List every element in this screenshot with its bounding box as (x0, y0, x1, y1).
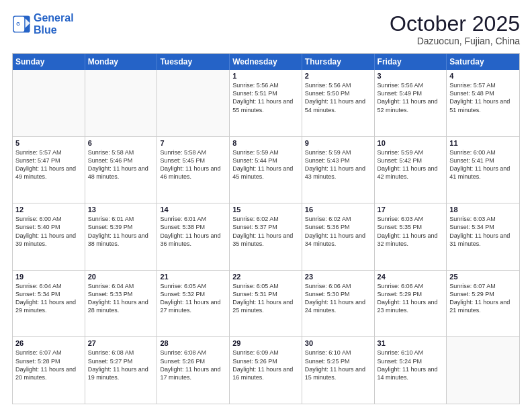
cell-info: Sunrise: 5:57 AM Sunset: 5:48 PM Dayligh… (449, 81, 517, 114)
calendar-page: G General Blue October 2025 Dazuocun, Fu… (0, 0, 532, 411)
svg-text:G: G (16, 21, 20, 26)
day-cell-23: 23Sunrise: 6:06 AM Sunset: 5:30 PM Dayli… (302, 271, 375, 337)
day-cell-1: 1Sunrise: 5:56 AM Sunset: 5:51 PM Daylig… (230, 70, 302, 136)
cell-info: Sunrise: 6:09 AM Sunset: 5:26 PM Dayligh… (232, 349, 299, 381)
day-cell-6: 6Sunrise: 5:58 AM Sunset: 5:46 PM Daylig… (85, 137, 158, 203)
day-cell-3: 3Sunrise: 5:56 AM Sunset: 5:49 PM Daylig… (375, 70, 447, 136)
day-cell-26: 26Sunrise: 6:07 AM Sunset: 5:28 PM Dayli… (13, 337, 85, 404)
cell-info: Sunrise: 6:10 AM Sunset: 5:25 PM Dayligh… (305, 349, 371, 381)
cell-info: Sunrise: 6:00 AM Sunset: 5:40 PM Dayligh… (15, 215, 82, 248)
logo-general: General (34, 12, 74, 24)
logo-icon: G (12, 15, 31, 34)
day-number: 17 (378, 205, 444, 214)
cell-info: Sunrise: 5:59 AM Sunset: 5:42 PM Dayligh… (378, 148, 444, 181)
cell-info: Sunrise: 5:57 AM Sunset: 5:47 PM Dayligh… (15, 148, 82, 181)
day-number: 18 (449, 205, 517, 214)
day-cell-21: 21Sunrise: 6:05 AM Sunset: 5:32 PM Dayli… (157, 271, 230, 337)
logo-blue: Blue (34, 24, 74, 36)
cell-info: Sunrise: 5:56 AM Sunset: 5:50 PM Dayligh… (305, 81, 371, 114)
day-cell-8: 8Sunrise: 5:59 AM Sunset: 5:44 PM Daylig… (230, 137, 302, 203)
day-number: 7 (160, 139, 226, 147)
day-number: 25 (449, 273, 517, 281)
day-number: 9 (305, 139, 371, 147)
day-cell-17: 17Sunrise: 6:03 AM Sunset: 5:35 PM Dayli… (375, 203, 447, 270)
day-cell-25: 25Sunrise: 6:07 AM Sunset: 5:29 PM Dayli… (447, 271, 519, 337)
day-cell-20: 20Sunrise: 6:04 AM Sunset: 5:33 PM Dayli… (85, 271, 158, 337)
day-cell-27: 27Sunrise: 6:08 AM Sunset: 5:27 PM Dayli… (85, 337, 158, 404)
day-number: 5 (15, 139, 82, 147)
cell-info: Sunrise: 6:05 AM Sunset: 5:31 PM Dayligh… (232, 282, 299, 315)
calendar: SundayMondayTuesdayWednesdayThursdayFrid… (12, 53, 520, 404)
day-number: 24 (378, 273, 444, 281)
day-number: 16 (305, 205, 371, 214)
cell-info: Sunrise: 5:56 AM Sunset: 5:51 PM Dayligh… (232, 81, 299, 114)
weekday-header-thursday: Thursday (302, 54, 375, 70)
day-cell-22: 22Sunrise: 6:05 AM Sunset: 5:31 PM Dayli… (230, 271, 302, 337)
calendar-row-1: 5Sunrise: 5:57 AM Sunset: 5:47 PM Daylig… (13, 136, 519, 203)
day-number: 29 (232, 339, 299, 347)
day-cell-2: 2Sunrise: 5:56 AM Sunset: 5:50 PM Daylig… (302, 70, 375, 136)
cell-info: Sunrise: 6:03 AM Sunset: 5:35 PM Dayligh… (378, 215, 444, 248)
day-number: 28 (160, 339, 226, 347)
cell-info: Sunrise: 6:04 AM Sunset: 5:34 PM Dayligh… (15, 282, 82, 315)
day-cell-12: 12Sunrise: 6:00 AM Sunset: 5:40 PM Dayli… (13, 203, 85, 270)
cell-info: Sunrise: 6:05 AM Sunset: 5:32 PM Dayligh… (160, 282, 226, 315)
cell-info: Sunrise: 6:03 AM Sunset: 5:34 PM Dayligh… (449, 215, 517, 248)
cell-info: Sunrise: 6:07 AM Sunset: 5:28 PM Dayligh… (15, 349, 82, 381)
empty-cell-r4c6 (447, 337, 519, 404)
calendar-row-3: 19Sunrise: 6:04 AM Sunset: 5:34 PM Dayli… (13, 270, 519, 337)
day-number: 20 (88, 273, 154, 281)
day-number: 11 (449, 139, 517, 147)
day-cell-9: 9Sunrise: 5:59 AM Sunset: 5:43 PM Daylig… (302, 137, 375, 203)
header: G General Blue October 2025 Dazuocun, Fu… (12, 12, 520, 46)
cell-info: Sunrise: 6:01 AM Sunset: 5:39 PM Dayligh… (88, 215, 154, 248)
weekday-header-friday: Friday (375, 54, 447, 70)
calendar-row-0: 1Sunrise: 5:56 AM Sunset: 5:51 PM Daylig… (13, 70, 519, 136)
cell-info: Sunrise: 6:06 AM Sunset: 5:29 PM Dayligh… (378, 282, 444, 315)
day-cell-10: 10Sunrise: 5:59 AM Sunset: 5:42 PM Dayli… (375, 137, 447, 203)
day-number: 12 (15, 205, 82, 214)
calendar-row-4: 26Sunrise: 6:07 AM Sunset: 5:28 PM Dayli… (13, 336, 519, 404)
day-cell-14: 14Sunrise: 6:01 AM Sunset: 5:38 PM Dayli… (157, 203, 230, 270)
cell-info: Sunrise: 5:58 AM Sunset: 5:46 PM Dayligh… (88, 148, 154, 181)
day-number: 4 (449, 72, 517, 80)
cell-info: Sunrise: 6:00 AM Sunset: 5:41 PM Dayligh… (449, 148, 517, 181)
day-cell-30: 30Sunrise: 6:10 AM Sunset: 5:25 PM Dayli… (302, 337, 375, 404)
day-cell-5: 5Sunrise: 5:57 AM Sunset: 5:47 PM Daylig… (13, 137, 85, 203)
day-cell-31: 31Sunrise: 6:10 AM Sunset: 5:24 PM Dayli… (375, 337, 447, 404)
day-number: 26 (15, 339, 82, 347)
day-cell-7: 7Sunrise: 5:58 AM Sunset: 5:45 PM Daylig… (157, 137, 230, 203)
cell-info: Sunrise: 6:02 AM Sunset: 5:37 PM Dayligh… (232, 215, 299, 248)
day-number: 1 (232, 72, 299, 80)
day-number: 23 (305, 273, 371, 281)
empty-cell-r0c1 (85, 70, 158, 136)
day-number: 19 (15, 273, 82, 281)
cell-info: Sunrise: 6:08 AM Sunset: 5:26 PM Dayligh… (160, 349, 226, 381)
cell-info: Sunrise: 5:59 AM Sunset: 5:44 PM Dayligh… (232, 148, 299, 181)
day-cell-4: 4Sunrise: 5:57 AM Sunset: 5:48 PM Daylig… (447, 70, 519, 136)
day-cell-24: 24Sunrise: 6:06 AM Sunset: 5:29 PM Dayli… (375, 271, 447, 337)
day-number: 8 (232, 139, 299, 147)
weekday-header-tuesday: Tuesday (157, 54, 230, 70)
calendar-row-2: 12Sunrise: 6:00 AM Sunset: 5:40 PM Dayli… (13, 203, 519, 270)
day-number: 31 (378, 339, 444, 347)
empty-cell-r0c0 (13, 70, 85, 136)
cell-info: Sunrise: 6:04 AM Sunset: 5:33 PM Dayligh… (88, 282, 154, 315)
cell-info: Sunrise: 5:59 AM Sunset: 5:43 PM Dayligh… (305, 148, 371, 181)
day-cell-28: 28Sunrise: 6:08 AM Sunset: 5:26 PM Dayli… (157, 337, 230, 404)
title-area: October 2025 Dazuocun, Fujian, China (390, 12, 520, 46)
day-number: 6 (88, 139, 154, 147)
day-cell-29: 29Sunrise: 6:09 AM Sunset: 5:26 PM Dayli… (230, 337, 302, 404)
logo: G General Blue (12, 12, 74, 36)
weekday-header-wednesday: Wednesday (230, 54, 302, 70)
empty-cell-r0c2 (157, 70, 230, 136)
day-cell-15: 15Sunrise: 6:02 AM Sunset: 5:37 PM Dayli… (230, 203, 302, 270)
day-number: 10 (378, 139, 444, 147)
cell-info: Sunrise: 6:10 AM Sunset: 5:24 PM Dayligh… (378, 349, 444, 381)
day-number: 14 (160, 205, 226, 214)
day-number: 15 (232, 205, 299, 214)
day-number: 27 (88, 339, 154, 347)
cell-info: Sunrise: 5:56 AM Sunset: 5:49 PM Dayligh… (378, 81, 444, 114)
day-cell-16: 16Sunrise: 6:02 AM Sunset: 5:36 PM Dayli… (302, 203, 375, 270)
day-cell-13: 13Sunrise: 6:01 AM Sunset: 5:39 PM Dayli… (85, 203, 158, 270)
